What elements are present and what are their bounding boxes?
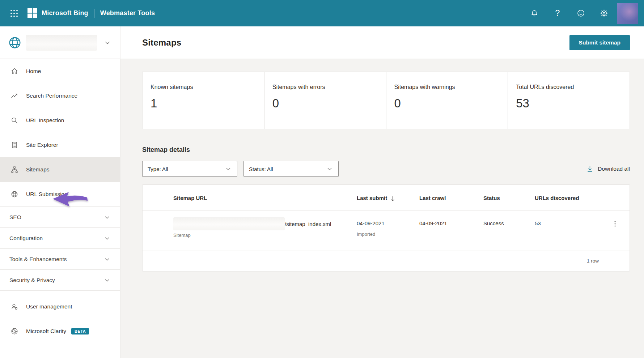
sidebar-item-site-explorer[interactable]: Site Explorer	[0, 133, 120, 157]
sort-descending-icon	[390, 196, 395, 202]
globe-icon	[10, 190, 18, 198]
sidebar-section-seo[interactable]: SEO	[0, 207, 120, 227]
chevron-down-icon	[103, 214, 111, 221]
column-header-sitemap-url[interactable]: Sitemap URL	[173, 185, 357, 201]
sidebar-item-sitemaps[interactable]: Sitemaps	[0, 157, 120, 182]
sidebar-item-search-performance[interactable]: Search Performance	[0, 84, 120, 108]
page-title: Sitemaps	[142, 38, 181, 48]
last-submit-note: Imported	[357, 231, 419, 237]
help-question-icon[interactable]: ?	[553, 9, 562, 18]
sidebar-item-url-inspection[interactable]: URL Inspection	[0, 108, 120, 133]
magnifier-icon	[10, 116, 18, 124]
table-row[interactable]: /sitemap_index.xml Sitemap 04-09-2021 Im…	[143, 211, 630, 251]
sidebar-item-user-management[interactable]: User management	[0, 294, 120, 319]
feedback-smiley-icon[interactable]	[576, 9, 585, 18]
row-actions-kebab-icon[interactable]	[604, 211, 626, 227]
section-heading-sitemap-details: Sitemap details	[142, 146, 630, 154]
sidebar-item-microsoft-clarity[interactable]: Microsoft Clarity BETA	[0, 319, 120, 344]
column-header-urls-discovered[interactable]: URLs discovered	[535, 185, 604, 201]
chevron-down-icon	[103, 235, 111, 242]
top-app-bar: Microsoft Bing Webmaster Tools ?	[0, 0, 644, 26]
table-footer: 1 row	[143, 251, 630, 271]
chevron-down-icon	[225, 165, 232, 172]
row-count: 1 row	[587, 258, 599, 264]
page-header: Sitemaps Submit sitemap	[120, 26, 644, 59]
home-icon	[10, 67, 18, 75]
microsoft-logo-icon	[27, 8, 37, 18]
chevron-down-icon	[103, 256, 111, 263]
status-filter-dropdown[interactable]: Status: All	[243, 161, 339, 177]
stats-summary-card: Known sitemaps 1 Sitemaps with errors 0 …	[142, 72, 630, 129]
product-title: Webmaster Tools	[100, 9, 155, 17]
submit-sitemap-button[interactable]: Submit sitemap	[569, 35, 630, 50]
sitemap-url-redacted	[173, 217, 285, 230]
sitemap-hierarchy-icon	[10, 166, 18, 174]
cell-sitemap-url: /sitemap_index.xml Sitemap	[173, 211, 357, 238]
download-all-link[interactable]: Download all	[586, 165, 630, 173]
user-avatar[interactable]	[617, 3, 638, 24]
table-header-row: Sitemap URL Last submit Last crawl Statu…	[143, 185, 630, 211]
column-header-last-submit[interactable]: Last submit	[357, 185, 419, 202]
chevron-down-icon	[103, 39, 111, 47]
stat-total-urls-discovered: Total URLs discovered 53	[508, 72, 630, 129]
brand-separator	[94, 9, 94, 18]
annotation-arrow	[52, 191, 88, 207]
document-list-icon	[10, 141, 18, 149]
cell-last-crawl: 04-09-2021	[419, 211, 483, 226]
sitemap-type-label: Sitemap	[173, 233, 357, 238]
stat-sitemaps-with-errors: Sitemaps with errors 0	[264, 72, 386, 129]
filters-row: Type: All Status: All Download all	[142, 161, 630, 177]
sidebar-divider	[0, 290, 120, 291]
settings-gear-icon[interactable]	[599, 9, 609, 18]
sidebar-section-tools-enhancements[interactable]: Tools & Enhancements	[0, 249, 120, 269]
column-header-last-crawl[interactable]: Last crawl	[419, 185, 483, 201]
column-header-status[interactable]: Status	[483, 185, 535, 201]
cell-last-submit: 04-09-2021 Imported	[357, 211, 419, 237]
brand-title: Microsoft Bing	[42, 9, 88, 17]
sidebar: Home Search Performance URL Inspection S…	[0, 26, 120, 358]
sidebar-item-home[interactable]: Home	[0, 59, 120, 84]
chevron-down-icon	[103, 277, 111, 284]
user-management-icon	[10, 303, 18, 311]
beta-badge: BETA	[71, 328, 89, 334]
download-icon	[586, 165, 594, 173]
stat-sitemaps-with-warnings: Sitemaps with warnings 0	[386, 72, 508, 129]
notifications-bell-icon[interactable]	[530, 9, 539, 18]
stat-known-sitemaps: Known sitemaps 1	[143, 72, 264, 129]
sitemaps-table: Sitemap URL Last submit Last crawl Statu…	[142, 184, 630, 271]
chevron-down-icon	[326, 165, 333, 172]
cell-status: Success	[483, 211, 535, 226]
cell-urls-discovered: 53	[535, 211, 604, 226]
site-name-redacted	[26, 35, 97, 51]
microsoft-clarity-icon	[10, 327, 18, 335]
site-selector[interactable]	[0, 26, 120, 59]
main-content: Sitemaps Submit sitemap Known sitemaps 1…	[120, 26, 644, 358]
type-filter-dropdown[interactable]: Type: All	[142, 161, 237, 177]
sidebar-section-configuration[interactable]: Configuration	[0, 228, 120, 248]
site-globe-icon	[8, 36, 22, 50]
app-launcher-waffle-icon[interactable]	[8, 7, 20, 20]
trending-up-icon	[10, 92, 18, 100]
sidebar-section-security-privacy[interactable]: Security & Privacy	[0, 270, 120, 290]
